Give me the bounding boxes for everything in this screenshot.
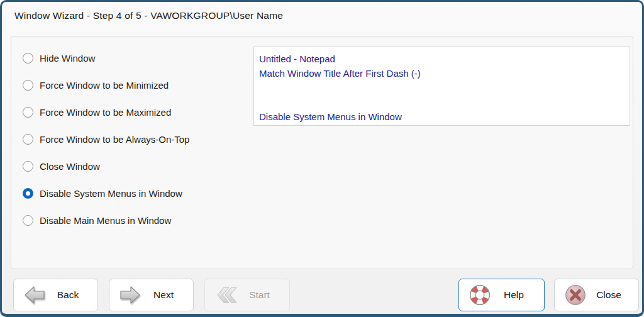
radio-option-hide-window[interactable]: Hide Window — [23, 50, 189, 65]
lifebuoy-icon — [467, 283, 492, 307]
close-button[interactable]: Close — [554, 279, 639, 311]
radio-option-force-maximized[interactable]: Force Window to be Maximized — [23, 104, 189, 120]
radio-option-close-window[interactable]: Close Window — [23, 158, 189, 174]
window-title: Window Wizard - Step 4 of 5 - VAWORKGROU… — [14, 10, 283, 21]
radio-label: Force Window to be Always-On-Top — [40, 134, 189, 145]
list-item[interactable] — [259, 81, 625, 95]
wizard-window: Window Wizard - Step 4 of 5 - VAWORKGROU… — [0, 0, 644, 317]
list-item[interactable]: Disable System Menus in Window — [259, 109, 625, 124]
list-item[interactable]: Match Window Title After First Dash (-) — [259, 66, 625, 81]
back-button-label: Back — [47, 289, 89, 301]
start-button-label: Start — [238, 289, 280, 301]
radio-icon[interactable] — [23, 188, 33, 199]
close-button-label: Close — [588, 289, 630, 301]
selection-summary-listbox[interactable]: Untitled - Notepad Match Window Title Af… — [253, 47, 630, 126]
radio-icon[interactable] — [23, 107, 33, 118]
radio-icon[interactable] — [23, 134, 33, 145]
radio-option-always-on-top[interactable]: Force Window to be Always-On-Top — [23, 131, 189, 147]
radio-label: Disable Main Menus in Window — [40, 215, 171, 226]
radio-icon[interactable] — [23, 80, 33, 91]
title-bar: Window Wizard - Step 4 of 5 - VAWORKGROU… — [2, 2, 642, 36]
red-x-circle-icon — [563, 283, 588, 307]
arrow-right-icon — [118, 285, 143, 305]
help-button[interactable]: Help — [458, 279, 545, 311]
radio-icon[interactable] — [23, 53, 33, 64]
radio-option-disable-main-menus[interactable]: Disable Main Menus in Window — [23, 213, 189, 228]
footer-button-bar: Back Next — [2, 277, 644, 313]
radio-label: Disable System Menus in Window — [40, 188, 182, 199]
radio-label: Hide Window — [40, 53, 95, 64]
list-item[interactable] — [259, 95, 625, 109]
radio-icon[interactable] — [23, 161, 33, 172]
list-item[interactable]: Untitled - Notepad — [259, 52, 625, 66]
window-action-radio-group: Hide Window Force Window to be Minimized… — [23, 50, 189, 228]
radio-option-force-minimized[interactable]: Force Window to be Minimized — [23, 77, 189, 92]
radio-label: Force Window to be Minimized — [40, 80, 169, 91]
radio-icon[interactable] — [23, 215, 33, 226]
double-chevron-left-icon — [213, 285, 238, 305]
start-button-disabled[interactable]: Start — [204, 279, 290, 311]
content-panel: Hide Window Force Window to be Minimized… — [11, 36, 633, 269]
back-button[interactable]: Back — [13, 279, 98, 311]
radio-label: Close Window — [40, 161, 100, 172]
help-button-label: Help — [492, 289, 535, 301]
next-button-label: Next — [143, 289, 184, 301]
next-button[interactable]: Next — [109, 279, 194, 311]
arrow-left-icon — [22, 285, 47, 305]
radio-label: Force Window to be Maximized — [40, 107, 171, 118]
radio-option-disable-system-menus[interactable]: Disable System Menus in Window — [23, 186, 189, 201]
